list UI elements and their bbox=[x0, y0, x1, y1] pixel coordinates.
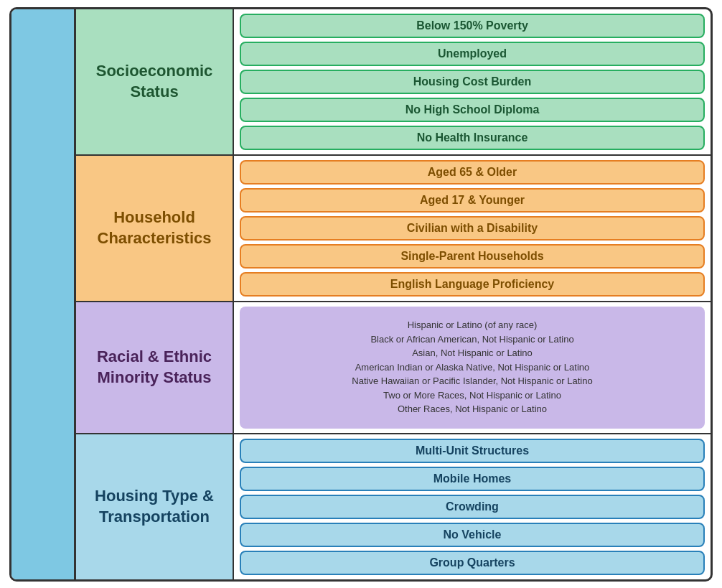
section-row-housing: Housing Type & TransportationMulti-Unit … bbox=[76, 434, 711, 579]
item-box-household-3: Single-Parent Households bbox=[240, 244, 705, 269]
item-box-housing-0: Multi-Unit Structures bbox=[240, 439, 705, 463]
items-column-housing: Multi-Unit StructuresMobile HomesCrowdin… bbox=[234, 434, 711, 579]
item-box-housing-2: Crowding bbox=[240, 495, 705, 519]
item-box-socioeconomic-1: Unemployed bbox=[240, 42, 705, 66]
main-content: Socioeconomic StatusBelow 150% PovertyUn… bbox=[76, 9, 711, 579]
section-row-household: Household CharacteristicsAged 65 & Older… bbox=[76, 156, 711, 302]
item-box-socioeconomic-2: Housing Cost Burden bbox=[240, 70, 705, 94]
overall-vulnerability-label bbox=[11, 9, 76, 579]
category-label-housing: Housing Type & Transportation bbox=[83, 486, 225, 527]
item-box-household-1: Aged 17 & Younger bbox=[240, 188, 705, 213]
items-column-household: Aged 65 & OlderAged 17 & YoungerCivilian… bbox=[234, 156, 711, 301]
section-row-socioeconomic: Socioeconomic StatusBelow 150% PovertyUn… bbox=[76, 9, 711, 156]
item-box-socioeconomic-3: No High School Diploma bbox=[240, 98, 705, 122]
category-label-household: Household Characteristics bbox=[83, 207, 225, 248]
items-column-racial: Hispanic or Latino (of any race) Black o… bbox=[234, 302, 711, 433]
item-box-household-4: English Language Proficiency bbox=[240, 272, 705, 297]
item-box-housing-3: No Vehicle bbox=[240, 523, 705, 547]
category-box-household: Household Characteristics bbox=[76, 156, 234, 301]
item-box-socioeconomic-0: Below 150% Poverty bbox=[240, 14, 705, 38]
section-row-racial: Racial & Ethnic Minority StatusHispanic … bbox=[76, 302, 711, 434]
item-box-housing-1: Mobile Homes bbox=[240, 467, 705, 491]
category-label-racial: Racial & Ethnic Minority Status bbox=[83, 347, 225, 388]
outer-container: Socioeconomic StatusBelow 150% PovertyUn… bbox=[9, 7, 713, 582]
racial-items-box: Hispanic or Latino (of any race) Black o… bbox=[240, 307, 705, 429]
category-label-socioeconomic: Socioeconomic Status bbox=[83, 61, 225, 102]
category-box-socioeconomic: Socioeconomic Status bbox=[76, 9, 234, 154]
category-box-housing: Housing Type & Transportation bbox=[76, 434, 234, 579]
items-column-socioeconomic: Below 150% PovertyUnemployedHousing Cost… bbox=[234, 9, 711, 154]
item-box-socioeconomic-4: No Health Insurance bbox=[240, 126, 705, 150]
category-box-racial: Racial & Ethnic Minority Status bbox=[76, 302, 234, 433]
item-box-household-0: Aged 65 & Older bbox=[240, 160, 705, 185]
item-box-household-2: Civilian with a Disability bbox=[240, 216, 705, 241]
item-box-housing-4: Group Quarters bbox=[240, 551, 705, 575]
